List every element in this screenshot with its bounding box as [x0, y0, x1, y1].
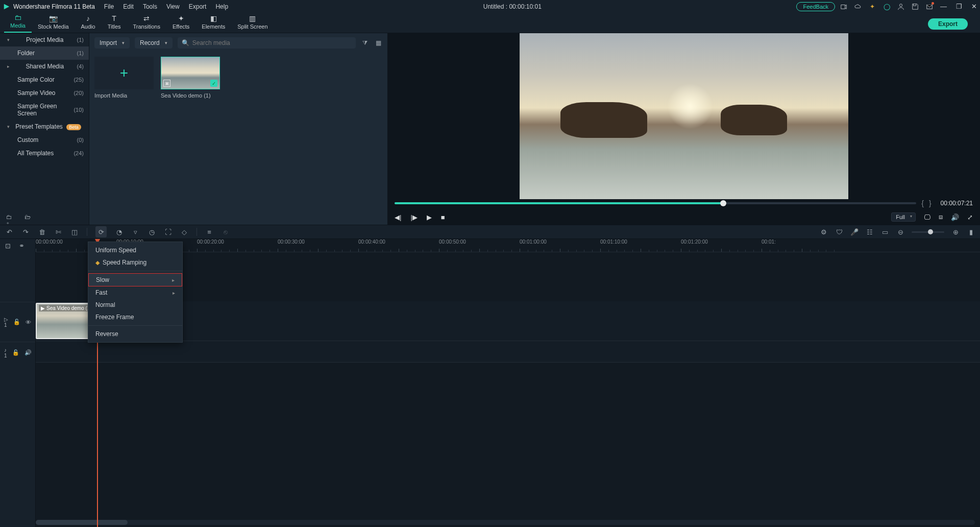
user-icon[interactable]: [897, 3, 904, 10]
export-icon[interactable]: [840, 3, 847, 10]
folder-open-icon[interactable]: 🗁: [24, 213, 32, 221]
next-frame-button[interactable]: |▶: [410, 213, 417, 221]
preview-progress[interactable]: [395, 202, 916, 204]
preview-quality-dropdown[interactable]: Full: [891, 212, 916, 222]
timeline-snap-icon[interactable]: ⊡: [5, 242, 11, 250]
sidebar-sample-green[interactable]: Sample Green Screen(10): [0, 100, 89, 120]
lock-icon[interactable]: 🔓: [12, 349, 19, 356]
mark-out-button[interactable]: }: [929, 199, 932, 207]
maximize-button[interactable]: ❐: [956, 3, 962, 10]
mixer-icon[interactable]: ☷: [866, 228, 874, 236]
ctx-slow[interactable]: Slow▸: [88, 273, 182, 286]
tab-audio[interactable]: ♪Audio: [75, 14, 102, 33]
color-button[interactable]: ◔: [115, 228, 123, 236]
ctx-fast[interactable]: Fast▸: [88, 286, 182, 299]
cloud-icon[interactable]: [854, 3, 862, 10]
timeline-link-icon[interactable]: ⚭: [19, 242, 24, 250]
fit-button[interactable]: ⛶: [164, 228, 172, 236]
preview-viewport[interactable]: [520, 33, 848, 199]
timer-button[interactable]: ◷: [148, 228, 156, 236]
timeline-scrollbar[interactable]: [36, 520, 975, 525]
grid-view-icon[interactable]: ▦: [374, 39, 382, 47]
filter-icon[interactable]: ⧩: [361, 39, 369, 47]
shapes-icon: ◧: [210, 14, 217, 22]
feedback-button[interactable]: FeedBack: [796, 2, 835, 11]
snapshot-icon[interactable]: ⧇: [939, 213, 943, 221]
audio-track-head[interactable]: ♪ 1 🔓 🔊: [0, 342, 35, 363]
gear-icon[interactable]: ⚙: [820, 228, 828, 236]
search-media[interactable]: 🔍: [178, 37, 356, 49]
undo-button[interactable]: ↶: [5, 228, 13, 236]
speaker-icon[interactable]: 🔊: [24, 349, 32, 356]
tab-elements[interactable]: ◧Elements: [195, 14, 231, 33]
ctx-uniform-speed[interactable]: Uniform Speed: [88, 244, 182, 256]
close-button[interactable]: ✕: [971, 3, 977, 10]
display-icon[interactable]: 🖵: [924, 213, 930, 221]
keyframe-button[interactable]: ◇: [180, 228, 188, 236]
sidebar-all-templates[interactable]: All Templates(24): [0, 147, 89, 160]
zoom-fit-button[interactable]: ▮: [967, 228, 975, 236]
export-button[interactable]: Export: [928, 18, 968, 30]
search-input[interactable]: [192, 39, 352, 46]
menu-help[interactable]: Help: [215, 3, 228, 10]
audio-sync-button[interactable]: ⎋: [222, 228, 230, 236]
sidebar-folder[interactable]: Folder(1): [0, 46, 89, 60]
tab-titles[interactable]: TTitles: [102, 14, 127, 33]
mail-icon[interactable]: [926, 3, 933, 10]
mark-in-button[interactable]: {: [921, 199, 924, 207]
tab-stock-media[interactable]: 📷Stock Media: [32, 14, 75, 33]
prev-frame-button[interactable]: ◀|: [395, 213, 401, 221]
import-media-tile[interactable]: + Import Media: [94, 57, 154, 99]
record-dropdown[interactable]: Record▾: [135, 37, 173, 49]
minimize-button[interactable]: —: [940, 3, 947, 10]
media-item-sea-video[interactable]: ▣ ✓ Sea Video demo (1): [161, 57, 220, 99]
render-icon[interactable]: ▭: [881, 228, 889, 236]
delete-button[interactable]: 🗑: [38, 228, 46, 236]
eye-icon[interactable]: 👁: [26, 319, 31, 325]
play-button[interactable]: ▶: [427, 213, 432, 221]
ctx-normal[interactable]: Normal: [88, 299, 182, 311]
zoom-out-button[interactable]: ⊖: [896, 228, 904, 236]
menu-file[interactable]: File: [104, 3, 114, 10]
shield-icon[interactable]: 🛡: [835, 228, 843, 236]
redo-button[interactable]: ↷: [21, 228, 30, 236]
lock-icon[interactable]: 🔓: [13, 319, 20, 325]
sidebar-shared-media[interactable]: Shared Media(4): [0, 60, 89, 73]
sidebar-sample-video[interactable]: Sample Video(20): [0, 86, 89, 100]
tab-media[interactable]: 🗀Media: [4, 13, 32, 33]
chevron-right-icon: ▸: [172, 277, 175, 283]
ctx-reverse[interactable]: Reverse: [88, 328, 182, 340]
save-icon[interactable]: [912, 3, 919, 10]
menu-tools[interactable]: Tools: [143, 3, 157, 10]
ctx-freeze-frame[interactable]: Freeze Frame: [88, 311, 182, 323]
volume-icon[interactable]: 🔊: [951, 213, 959, 221]
adjust-button[interactable]: ≡: [205, 228, 213, 236]
stop-button[interactable]: ■: [441, 213, 445, 221]
sidebar-custom[interactable]: Custom(0): [0, 133, 89, 147]
sidebar-sample-color[interactable]: Sample Color(25): [0, 73, 89, 86]
lightbulb-icon[interactable]: ✦: [869, 3, 876, 10]
headphones-icon[interactable]: ◯: [883, 3, 890, 10]
zoom-in-button[interactable]: ⊕: [951, 228, 960, 236]
marker-button[interactable]: ▿: [131, 228, 139, 236]
menu-export[interactable]: Export: [189, 3, 207, 10]
import-dropdown[interactable]: Import▾: [94, 37, 130, 49]
ctx-speed-ramping[interactable]: ◆Speed Ramping: [88, 256, 182, 269]
tab-effects[interactable]: ✦Effects: [166, 14, 195, 33]
menu-view[interactable]: View: [166, 3, 180, 10]
sidebar-preset-templates[interactable]: Preset Templates Beta: [0, 120, 89, 133]
video-track-head[interactable]: ▷ 1 🔓 👁: [0, 302, 35, 342]
tab-transitions[interactable]: ⇄Transitions: [127, 14, 166, 33]
sidebar-project-media[interactable]: Project Media(1): [0, 33, 89, 46]
tab-split-screen[interactable]: ▥Split Screen: [231, 14, 274, 33]
fullscreen-icon[interactable]: ⤢: [967, 213, 973, 221]
split-button[interactable]: ✄: [54, 228, 62, 236]
music-icon: ♪: [86, 14, 90, 22]
speed-button[interactable]: ⟳: [95, 226, 107, 237]
crop-button[interactable]: ◫: [70, 228, 79, 236]
zoom-slider[interactable]: [912, 231, 944, 233]
menu-edit[interactable]: Edit: [123, 3, 134, 10]
new-folder-icon[interactable]: 🗀⁺: [6, 213, 13, 221]
mic-icon[interactable]: 🎤: [850, 228, 859, 236]
audio-track[interactable]: [36, 341, 980, 363]
